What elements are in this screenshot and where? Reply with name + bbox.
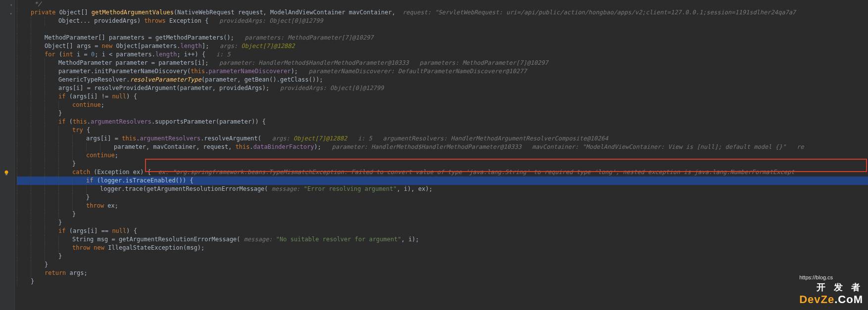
code-line: } xyxy=(17,160,868,168)
code-line: } xyxy=(17,252,868,261)
code-line: Object... providedArgs) throws Exception… xyxy=(17,17,868,25)
code-line: throw ex; xyxy=(17,202,868,210)
code-line: GenericTypeResolver.resolveParameterType… xyxy=(17,76,868,84)
svg-rect-1 xyxy=(5,174,7,176)
code-line: parameter, mavContainer, request, this.d… xyxy=(17,143,868,151)
code-line: } xyxy=(17,219,868,227)
code-line: catch (Exception ex) { ex: "org.springfr… xyxy=(17,168,868,177)
code-line: args[i] = resolveProvidedArgument(parame… xyxy=(17,84,868,92)
code-line: continue; xyxy=(17,101,868,109)
code-editor[interactable]: */ private Object[] getMethodArgumentVal… xyxy=(15,0,868,310)
code-line-current: if (logger.isTraceEnabled()) { xyxy=(17,177,868,185)
editor-gutter[interactable]: ▾ ▸ xyxy=(0,0,15,310)
code-line: } xyxy=(17,277,868,286)
code-line xyxy=(17,25,868,34)
code-line: MethodParameter parameter = parameters[i… xyxy=(17,59,868,67)
intention-bulb-icon[interactable] xyxy=(3,169,10,177)
code-line: */ xyxy=(17,0,868,8)
code-line: private Object[] getMethodArgumentValues… xyxy=(17,8,868,17)
code-line: return args; xyxy=(17,269,868,277)
code-line: } xyxy=(17,193,868,202)
watermark: https://blog.cs 开 发 者 DevZe.CoM xyxy=(799,274,863,306)
code-line: args[i] = this.argumentResolvers.resolve… xyxy=(17,134,868,143)
code-line: } xyxy=(17,109,868,118)
svg-point-0 xyxy=(5,171,8,174)
code-line: String msg = getArgumentResolutionErrorM… xyxy=(17,235,868,244)
code-line: throw new IllegalStateException(msg); xyxy=(17,244,868,252)
code-line: } xyxy=(17,261,868,269)
code-line: MethodParameter[] parameters = getMethod… xyxy=(17,34,868,42)
code-line: } xyxy=(17,210,868,219)
code-line: if (this.argumentResolvers.supportsParam… xyxy=(17,118,868,126)
code-line: logger.trace(getArgumentResolutionErrorM… xyxy=(17,185,868,193)
code-line: if (args[i] == null) { xyxy=(17,227,868,235)
code-line: try { xyxy=(17,126,868,134)
code-line: continue; xyxy=(17,151,868,160)
code-line: Object[] args = new Object[parameters.le… xyxy=(17,42,868,50)
code-line: parameter.initParameterNameDiscovery(thi… xyxy=(17,67,868,76)
code-line: for (int i = 0; i < parameters.length; i… xyxy=(17,50,868,59)
code-line: if (args[i] != null) { xyxy=(17,92,868,101)
